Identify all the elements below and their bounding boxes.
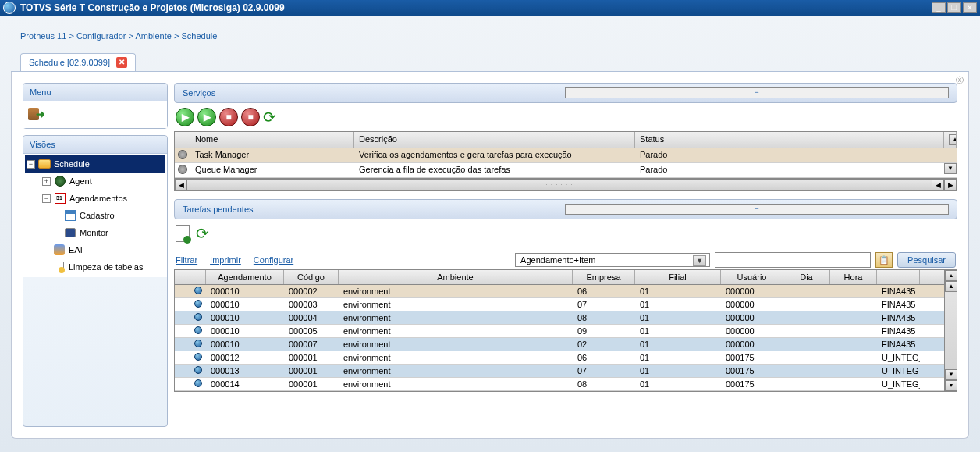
cell-emp: 06 <box>573 285 635 297</box>
cell-hora <box>830 365 877 377</box>
col-hora[interactable]: Hora <box>830 270 877 284</box>
cell-dia <box>783 298 830 311</box>
play-all-button[interactable]: ▶ <box>176 108 194 126</box>
refresh-icon[interactable]: ⟳ <box>263 108 276 126</box>
tarefas-row[interactable]: 000010000004environment0801000000FINA435 <box>175 311 944 325</box>
status-ball-icon <box>194 366 202 374</box>
stop-all-button[interactable]: ■ <box>219 108 238 126</box>
cell-rotina: FINA435 <box>877 311 920 324</box>
tree-node-agendamentos[interactable]: − Agendamentos <box>25 190 165 207</box>
tarefas-row[interactable]: 000012000001environment0601000175U_INTEG… <box>175 351 944 365</box>
visoes-panel: Visões − Schedule + Agent <box>23 135 168 427</box>
tarefas-row[interactable]: 000010000002environment0601000000FINA435 <box>175 285 944 298</box>
cell-usr: 000175 <box>721 351 783 364</box>
tab-label: Schedule [02.9.0099] <box>29 58 110 67</box>
cell-hora <box>830 338 877 351</box>
tree-node-limpeza[interactable]: Limpeza de tabelas <box>25 258 165 276</box>
servicos-hscroll[interactable]: ◀ : : : : : : ◀ ▶ <box>174 179 957 191</box>
scroll-top-button[interactable]: ▴ <box>945 270 957 281</box>
cell-emp: 07 <box>573 365 635 377</box>
cell-usr: 000000 <box>721 338 783 351</box>
col-agendamento[interactable]: Agendamento <box>206 270 284 284</box>
servicos-row[interactable]: Queue ManagerGerencia a fila de execução… <box>175 163 957 178</box>
col-empresa[interactable]: Empresa <box>573 270 635 284</box>
cell-rotina: U_INTEG_ <box>877 351 920 364</box>
col-status[interactable]: Status <box>635 132 944 148</box>
col-codigo[interactable]: Código <box>284 270 339 284</box>
cell-agend: 000010 <box>206 325 284 337</box>
section-title: Serviços <box>183 88 565 98</box>
exit-icon[interactable] <box>28 106 45 122</box>
pesquisar-button[interactable]: Pesquisar <box>897 252 956 268</box>
filtrar-link[interactable]: Filtrar <box>176 255 197 265</box>
scroll-left-button[interactable]: ◀ <box>175 180 187 190</box>
scroll-up-button[interactable]: ▲ <box>949 134 957 145</box>
refresh-icon[interactable]: ⟳ <box>196 224 209 243</box>
maximize-button[interactable]: ❐ <box>947 2 961 13</box>
stop-button[interactable]: ■ <box>241 108 260 126</box>
tree-collapse-icon[interactable]: − <box>27 160 35 169</box>
gear-icon <box>178 150 187 159</box>
breadcrumb: Protheus 11 > Configurador > Ambiente > … <box>11 23 969 48</box>
tree-node-eai[interactable]: EAI <box>25 241 165 258</box>
gear-icon <box>178 165 187 174</box>
imprimir-link[interactable]: Imprimir <box>210 255 241 265</box>
cell-cod: 000001 <box>284 365 339 377</box>
scroll-down-button[interactable]: ▼ <box>945 369 957 380</box>
col-descricao[interactable]: Descrição <box>354 132 635 148</box>
section-collapse-button[interactable]: − <box>565 87 949 98</box>
tarefas-row[interactable]: 000014000001environment0801000175U_INTEG… <box>175 378 944 391</box>
breadcrumb-link[interactable]: Protheus 11 <box>20 31 66 41</box>
breadcrumb-link[interactable]: Configurador <box>76 31 126 41</box>
tree-node-schedule[interactable]: − Schedule <box>25 155 165 173</box>
cell-usr: 000175 <box>721 365 783 377</box>
cell-cod: 000005 <box>284 325 339 337</box>
configurar-link[interactable]: Configurar <box>254 255 293 265</box>
cell-emp: 09 <box>573 325 635 337</box>
search-input[interactable] <box>715 252 871 268</box>
new-doc-icon[interactable] <box>176 225 190 242</box>
sort-combo[interactable]: Agendamento+Item <box>515 253 710 267</box>
servicos-row[interactable]: Task ManagerVerifica os agendamentos e g… <box>175 148 957 163</box>
tarefas-row[interactable]: 000010000003environment0701000000FINA435 <box>175 298 944 311</box>
tree-node-cadastro[interactable]: Cadastro <box>25 207 165 224</box>
cell-usr: 000000 <box>721 285 783 297</box>
col-dia[interactable]: Dia <box>783 270 830 284</box>
tree-collapse-icon[interactable]: − <box>42 194 51 203</box>
status-ball-icon <box>194 340 202 347</box>
tree-node-monitor[interactable]: Monitor <box>25 224 165 241</box>
scroll-bottom-button[interactable]: ▾ <box>945 380 957 391</box>
play-button[interactable]: ▶ <box>197 108 216 126</box>
scroll-up-button[interactable]: ▲ <box>945 281 957 292</box>
scroll-down-button[interactable]: ▼ <box>944 163 957 174</box>
section-collapse-button[interactable]: − <box>565 204 949 215</box>
col-filial[interactable]: Filial <box>635 270 721 284</box>
cell-rotina: FINA435 <box>877 298 920 311</box>
tarefas-row[interactable]: 000013000001environment0701000175U_INTEG… <box>175 365 944 378</box>
tab-close-icon[interactable]: ✕ <box>116 57 127 68</box>
tarefas-row[interactable]: 000010000007environment0201000000FINA435 <box>175 338 944 351</box>
col-usuario[interactable]: Usuário <box>721 270 783 284</box>
breadcrumb-link[interactable]: Schedule <box>181 31 217 41</box>
tree-node-agent[interactable]: + Agent <box>25 173 165 190</box>
tab-schedule[interactable]: Schedule [02.9.0099] ✕ <box>20 53 136 71</box>
search-clipboard-icon[interactable]: 📋 <box>875 252 893 268</box>
cell-cod: 000003 <box>284 298 339 311</box>
breadcrumb-link[interactable]: Ambiente <box>135 31 171 41</box>
tarefas-row[interactable]: 000010000005environment0901000000FINA435 <box>175 325 944 338</box>
cell-agend: 000013 <box>206 365 284 377</box>
close-window-button[interactable]: ✕ <box>963 2 977 13</box>
minimize-button[interactable]: _ <box>932 2 946 13</box>
cell-nome: Task Manager <box>190 148 354 162</box>
menu-panel: Menu <box>23 83 168 129</box>
tree-label: Agendamentos <box>69 194 127 203</box>
tree-expand-icon[interactable]: + <box>42 177 51 186</box>
folder-open-icon <box>38 159 51 169</box>
col-ambiente[interactable]: Ambiente <box>339 270 573 284</box>
cell-fil: 01 <box>635 351 721 364</box>
tree-label: Schedule <box>54 159 90 169</box>
scroll-right-button[interactable]: ◀ <box>932 180 944 190</box>
col-nome[interactable]: Nome <box>190 132 354 148</box>
panel-close-icon[interactable]: ⓧ <box>956 75 964 86</box>
scroll-right-button[interactable]: ▶ <box>944 180 957 190</box>
